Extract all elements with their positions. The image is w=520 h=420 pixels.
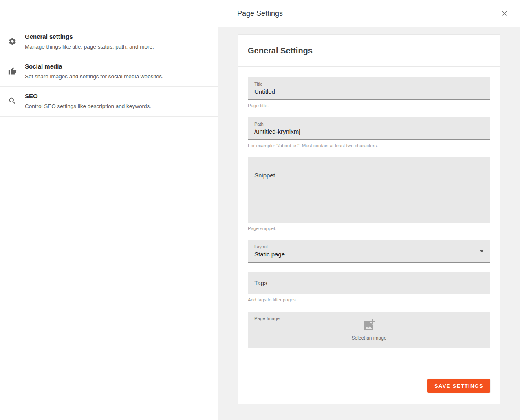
layout-field-label: Layout (254, 244, 484, 250)
sidebar-item-general-settings[interactable]: General settings Manage things like titl… (0, 27, 218, 57)
sidebar-item-social-media[interactable]: Social media Set share images and settin… (0, 57, 218, 87)
page-image-label: Page Image (254, 316, 280, 321)
snippet-field-group: Page snippet. (248, 157, 490, 231)
modal-header: Page Settings (0, 0, 520, 27)
settings-panel: General Settings Title Page title. (218, 27, 520, 420)
snippet-textarea[interactable] (248, 157, 490, 223)
tags-field (248, 272, 490, 294)
add-photo-icon (362, 318, 376, 334)
gear-icon (0, 27, 25, 46)
card-header: General Settings (238, 35, 500, 67)
page-settings-modal: Page Settings General settings Manage th… (0, 0, 520, 420)
card-title: General Settings (248, 46, 313, 55)
title-helper-text: Page title. (248, 103, 490, 108)
path-helper-text: For example: "/about-us". Must contain a… (248, 143, 490, 148)
sidebar-item-title: General settings (25, 33, 154, 41)
card-body: Title Page title. Path For example: "/ab… (238, 67, 500, 348)
close-icon (500, 9, 509, 18)
modal-title: Page Settings (0, 0, 520, 27)
general-settings-card: General Settings Title Page title. (238, 34, 500, 404)
thumb-up-icon (0, 57, 25, 75)
close-button[interactable] (498, 7, 511, 20)
select-image-label: Select an image (351, 335, 386, 341)
settings-sidebar: General settings Manage things like titl… (0, 27, 218, 420)
layout-selected-value: Static page (254, 250, 484, 258)
path-field: Path (248, 117, 490, 140)
path-field-group: Path For example: "/about-us". Must cont… (248, 117, 490, 148)
path-input[interactable] (254, 127, 484, 135)
sidebar-item-description: Manage things like title, page status, p… (25, 44, 154, 50)
title-field-group: Title Page title. (248, 77, 490, 108)
layout-field-group: Layout Static page (248, 240, 490, 263)
sidebar-item-description: Set share images and settings for social… (25, 73, 163, 80)
title-input[interactable] (254, 87, 484, 95)
modal-body: General settings Manage things like titl… (0, 27, 520, 420)
card-footer: SAVE SETTINGS (238, 368, 500, 404)
tags-input[interactable] (248, 272, 490, 294)
sidebar-item-title: SEO (25, 92, 151, 100)
chevron-down-icon[interactable] (480, 250, 484, 252)
path-field-label: Path (254, 121, 484, 127)
page-image-selector[interactable]: Page Image Select an image (248, 312, 490, 348)
tags-helper-text: Add tags to filter pages. (248, 297, 490, 303)
search-icon (0, 87, 25, 105)
page-image-group: Page Image Select an image (248, 312, 490, 348)
snippet-field (248, 157, 490, 223)
snippet-helper-text: Page snippet. (248, 225, 490, 231)
title-field: Title (248, 77, 490, 100)
sidebar-item-description: Control SEO settings like description an… (25, 103, 151, 110)
tags-field-group: Add tags to filter pages. (248, 272, 490, 303)
sidebar-item-seo[interactable]: SEO Control SEO settings like descriptio… (0, 87, 218, 117)
title-field-label: Title (254, 81, 484, 87)
save-settings-button[interactable]: SAVE SETTINGS (427, 379, 490, 393)
layout-select[interactable]: Layout Static page (248, 240, 490, 263)
sidebar-item-title: Social media (25, 62, 163, 71)
